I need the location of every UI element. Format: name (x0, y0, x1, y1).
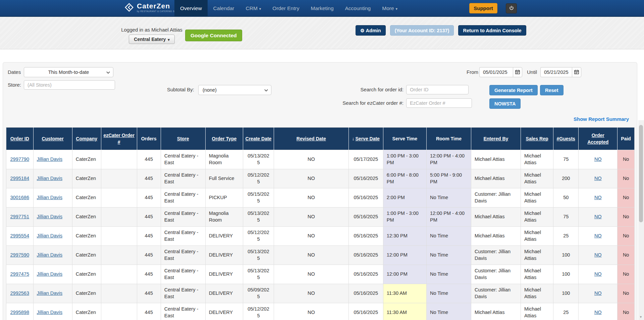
col-header-order-type[interactable]: Order Type (205, 128, 243, 150)
col-header-order-accepted[interactable]: Order Accepted (579, 128, 618, 150)
cell-revised-date: NO (274, 265, 348, 284)
scrollbar-thumb[interactable] (639, 125, 643, 222)
logout-power-button[interactable] (506, 3, 517, 13)
col-header-order-id[interactable]: Order ID (6, 128, 34, 150)
order-id-link[interactable]: 2995898 (10, 310, 29, 315)
cell-room-time: No Time (426, 284, 471, 303)
order-id-link[interactable]: 2995184 (10, 176, 29, 181)
cell-entered-by: Michael Attias (471, 169, 521, 188)
col-header-guests[interactable]: #Guests (553, 128, 579, 150)
admin-button[interactable]: ⚙Admin (356, 25, 386, 36)
generate-report-button[interactable]: Generate Report (489, 85, 538, 95)
cell-ezcater (101, 188, 137, 208)
cell-guests: 200 (553, 169, 579, 188)
cell-order-accepted: NO (579, 208, 618, 227)
cell-create-date: 05/09/2025 (243, 284, 274, 303)
order-accepted-link[interactable]: NO (594, 156, 602, 162)
nav-item-order-entry[interactable]: Order Entry (267, 0, 305, 17)
customer-link[interactable]: Jillian Davis (37, 310, 63, 315)
nowsta-button[interactable]: NOWSTA (489, 98, 521, 109)
cell-order-accepted: NO (579, 188, 618, 208)
cell-serve-time: 1:00 PM - 3:00 PM (383, 150, 426, 169)
cell-order-id: 2995898 (6, 303, 34, 320)
google-connected-button[interactable]: Google Connected (185, 30, 242, 41)
order-accepted-link[interactable]: NO (594, 214, 602, 219)
nav-item-crm[interactable]: CRM▾ (240, 0, 267, 17)
cell-serve-date: 05/16/2025 (348, 208, 383, 227)
search-ezcater-input[interactable] (406, 98, 472, 108)
order-accepted-link[interactable]: NO (594, 310, 602, 315)
customer-link[interactable]: Jillian Davis (37, 252, 63, 258)
account-bar: Logged in as Michael Attias Central Eate… (0, 17, 644, 49)
nav-item-overview[interactable]: Overview (174, 0, 208, 17)
cell-order-accepted: NO (579, 265, 618, 284)
col-header-ezcater-order[interactable]: ezCater Order # (101, 128, 137, 150)
show-report-summary-link[interactable]: Show Report Summary (574, 116, 629, 122)
return-admin-console-button[interactable]: Return to Admin Console (458, 25, 526, 36)
page-scrollbar[interactable]: ▼ (638, 120, 644, 320)
cell-customer: Jillian Davis (33, 208, 72, 227)
from-calendar-button[interactable] (513, 67, 522, 77)
account-id-button[interactable]: (Your Account ID: 2137) (390, 25, 454, 36)
nav-item-calendar[interactable]: Calendar (208, 0, 240, 17)
order-accepted-link[interactable]: NO (594, 271, 602, 277)
col-header-entered-by[interactable]: Entered By (471, 128, 521, 150)
col-header-create-date[interactable]: Create Date (243, 128, 274, 150)
order-id-link[interactable]: 2995554 (10, 233, 29, 238)
nav-item-accounting[interactable]: Accounting (339, 0, 377, 17)
cell-create-date: 05/15/2025 (243, 188, 274, 208)
col-header-store[interactable]: Store (161, 128, 205, 150)
caterzen-app: CaterZen by RESTAURANT & CATERING SYSTEM… (0, 0, 644, 320)
search-order-id-input[interactable] (406, 85, 469, 94)
cell-orders: 445 (137, 284, 161, 303)
customer-link[interactable]: Jillian Davis (37, 271, 63, 277)
nav-item-more[interactable]: More▾ (376, 0, 403, 17)
cell-order-accepted: NO (579, 284, 618, 303)
dates-select[interactable]: This Month-to-date (24, 67, 113, 77)
store-input[interactable] (24, 80, 115, 90)
cell-sales-rep: Michael Attias (521, 227, 553, 246)
cell-serve-time: 11:30 AM (383, 284, 426, 303)
cell-order-id: 2995184 (6, 169, 34, 188)
order-accepted-link[interactable]: NO (594, 176, 602, 181)
customer-link[interactable]: Jillian Davis (37, 233, 63, 238)
order-id-link[interactable]: 2997475 (10, 271, 29, 277)
cell-serve-time: 11:30 AM (383, 303, 426, 320)
cell-sales-rep: Michael Attias (521, 150, 553, 169)
reset-button[interactable]: Reset (540, 85, 564, 95)
col-header-revised-date[interactable]: Revised Date (274, 128, 348, 150)
order-id-link[interactable]: 2997790 (10, 156, 29, 162)
col-header-sales-rep[interactable]: Sales Rep (521, 128, 553, 150)
col-header-customer[interactable]: Customer (33, 128, 72, 150)
store-switcher-dropdown[interactable]: Central Eatery▾ (129, 35, 174, 44)
cell-sales-rep: Michael Attias (521, 169, 553, 188)
support-button[interactable]: Support (469, 3, 497, 13)
order-id-link[interactable]: 2997751 (10, 214, 29, 219)
customer-link[interactable]: Jillian Davis (37, 195, 63, 200)
cell-entered-by: Customer: Jillian Davis (471, 246, 521, 265)
col-header-company[interactable]: Company (72, 128, 101, 150)
order-accepted-link[interactable]: NO (594, 252, 602, 258)
cell-entered-by: Michael Attias (471, 150, 521, 169)
until-date-input[interactable] (540, 67, 572, 77)
cell-paid: No (618, 227, 635, 246)
customer-link[interactable]: Jillian Davis (37, 176, 63, 181)
cell-create-date: 05/13/2025 (243, 150, 274, 169)
order-accepted-link[interactable]: NO (594, 233, 602, 238)
nav-item-marketing[interactable]: Marketing (305, 0, 339, 17)
order-accepted-link[interactable]: NO (594, 195, 602, 200)
until-calendar-button[interactable] (572, 67, 581, 77)
cell-order-id: 2997475 (6, 265, 34, 284)
customer-link[interactable]: Jillian Davis (37, 156, 63, 162)
customer-link[interactable]: Jillian Davis (37, 214, 63, 219)
order-accepted-link[interactable]: NO (594, 290, 602, 296)
order-id-link[interactable]: 3001686 (10, 195, 29, 200)
from-date-input[interactable] (479, 67, 513, 77)
col-header-serve-date[interactable]: ↓Serve Date (348, 128, 383, 150)
customer-link[interactable]: Jillian Davis (37, 290, 63, 296)
order-id-link[interactable]: 2992563 (10, 290, 29, 296)
scrollbar-down-arrow-icon[interactable]: ▼ (639, 315, 642, 319)
table-row: 3001686Jillian DavisCaterZen445Central E… (6, 188, 635, 208)
order-id-link[interactable]: 2997590 (10, 252, 29, 258)
subtotal-by-select[interactable]: (none) (198, 85, 271, 95)
